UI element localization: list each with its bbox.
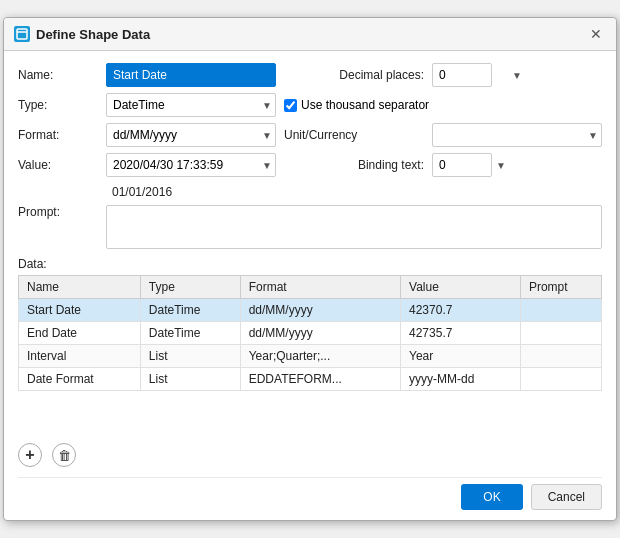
table-row[interactable]: End DateDateTimedd/MM/yyyy42735.7 (19, 322, 602, 345)
col-prompt: Prompt (520, 276, 601, 299)
thousand-separator-row: Use thousand separator (284, 98, 602, 112)
cell-value: yyyy-MM-dd (401, 368, 521, 391)
delete-row-button[interactable]: 🗑 (52, 443, 76, 467)
cell-format: dd/MM/yyyy (240, 299, 400, 322)
table-row[interactable]: Date FormatListEDDATEFORM...yyyy-MM-dd (19, 368, 602, 391)
table-header-row: Name Type Format Value Prompt (19, 276, 602, 299)
unit-currency-label: Unit/Currency (284, 128, 424, 142)
cell-name: End Date (19, 322, 141, 345)
svg-rect-0 (17, 29, 27, 39)
decimal-input[interactable] (432, 63, 492, 87)
cell-type: DateTime (140, 299, 240, 322)
cell-prompt (520, 345, 601, 368)
unit-currency-select-wrapper: ▼ (432, 123, 602, 147)
name-input[interactable] (106, 63, 276, 87)
footer-row: OK Cancel (18, 477, 602, 510)
ok-button[interactable]: OK (461, 484, 522, 510)
sub-date-value: 01/01/2016 (106, 185, 276, 199)
value-select-wrapper: 2020/04/30 17:33:59 ▼ (106, 153, 276, 177)
table-body: Start DateDateTimedd/MM/yyyy42370.7End D… (19, 299, 602, 391)
form-grid: Name: Decimal places: ▼ Type: DateTime ▼ (18, 63, 602, 177)
dialog-icon (14, 26, 30, 42)
decimal-places-label: Decimal places: (284, 68, 424, 82)
cell-type: List (140, 368, 240, 391)
cell-name: Interval (19, 345, 141, 368)
sub-date-row: 01/01/2016 (18, 185, 602, 199)
cell-prompt (520, 368, 601, 391)
binding-arrow-wrapper: ▼ (496, 158, 520, 172)
close-button[interactable]: ✕ (586, 24, 606, 44)
define-shape-data-dialog: Define Shape Data ✕ Name: Decimal places… (3, 17, 617, 521)
cell-value: 42735.7 (401, 322, 521, 345)
add-row-button[interactable]: + (18, 443, 42, 467)
thousand-separator-checkbox[interactable] (284, 99, 297, 112)
format-select-wrapper: dd/MM/yyyy ▼ (106, 123, 276, 147)
decimal-arrow-icon: ▼ (512, 70, 522, 81)
col-format: Format (240, 276, 400, 299)
cell-value: 42370.7 (401, 299, 521, 322)
value-label: Value: (18, 158, 98, 172)
binding-arrow-icon: ▼ (496, 160, 506, 171)
binding-text-label: Binding text: (284, 158, 424, 172)
thousand-separator-label: Use thousand separator (301, 98, 429, 112)
prompt-row: Prompt: (18, 205, 602, 249)
table-row[interactable]: IntervalListYear;Quarter;...Year (19, 345, 602, 368)
value-select[interactable]: 2020/04/30 17:33:59 (106, 153, 276, 177)
prompt-textarea[interactable] (106, 205, 602, 249)
cell-value: Year (401, 345, 521, 368)
type-select-wrapper: DateTime ▼ (106, 93, 276, 117)
unit-currency-select[interactable] (432, 123, 602, 147)
format-select[interactable]: dd/MM/yyyy (106, 123, 276, 147)
binding-row: ▼ (432, 153, 602, 177)
name-label: Name: (18, 68, 98, 82)
cell-type: List (140, 345, 240, 368)
title-bar-left: Define Shape Data (14, 26, 150, 42)
col-type: Type (140, 276, 240, 299)
cell-format: EDDATEFORM... (240, 368, 400, 391)
dialog-content: Name: Decimal places: ▼ Type: DateTime ▼ (4, 51, 616, 520)
name-input-wrapper (106, 63, 276, 87)
data-label: Data: (18, 257, 602, 271)
type-label: Type: (18, 98, 98, 112)
binding-text-input[interactable] (432, 153, 492, 177)
cell-prompt (520, 322, 601, 345)
cell-format: Year;Quarter;... (240, 345, 400, 368)
cancel-button[interactable]: Cancel (531, 484, 602, 510)
col-value: Value (401, 276, 521, 299)
col-name: Name (19, 276, 141, 299)
table-row[interactable]: Start DateDateTimedd/MM/yyyy42370.7 (19, 299, 602, 322)
toolbar-row: + 🗑 (18, 443, 602, 467)
cell-type: DateTime (140, 322, 240, 345)
cell-prompt (520, 299, 601, 322)
prompt-label: Prompt: (18, 205, 98, 219)
format-label: Format: (18, 128, 98, 142)
cell-name: Date Format (19, 368, 141, 391)
title-bar: Define Shape Data ✕ (4, 18, 616, 51)
dialog-title: Define Shape Data (36, 27, 150, 42)
table-area[interactable]: Name Type Format Value Prompt Start Date… (18, 275, 602, 435)
type-select[interactable]: DateTime (106, 93, 276, 117)
cell-name: Start Date (19, 299, 141, 322)
cell-format: dd/MM/yyyy (240, 322, 400, 345)
decimal-wrapper: ▼ (432, 63, 602, 87)
data-table: Name Type Format Value Prompt Start Date… (18, 275, 602, 391)
